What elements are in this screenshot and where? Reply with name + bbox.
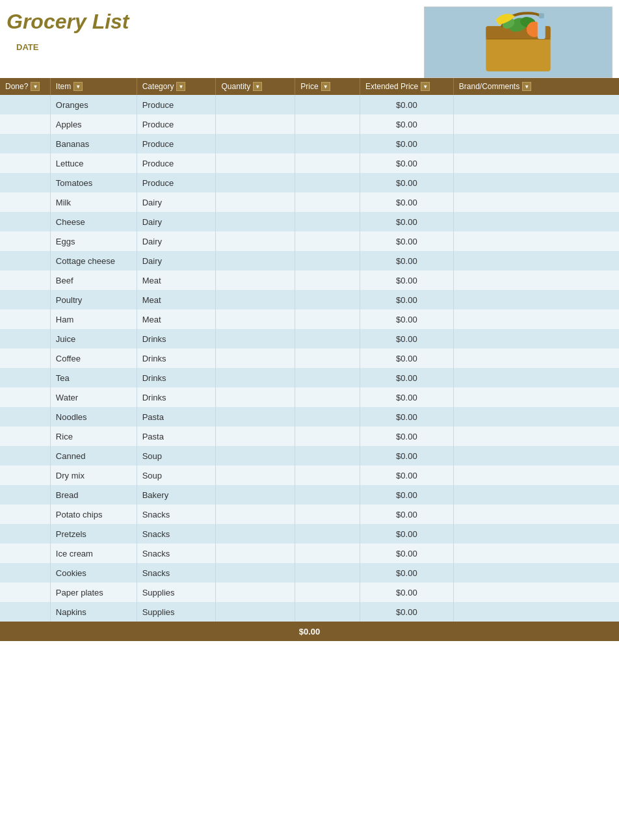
cell-brand[interactable] [453, 485, 619, 505]
cell-quantity[interactable] [216, 602, 295, 622]
cell-done[interactable] [0, 407, 50, 427]
cell-done[interactable] [0, 524, 50, 544]
cell-price[interactable] [295, 524, 360, 544]
table-row[interactable]: PretzelsSnacks$0.00 [0, 524, 619, 544]
cell-brand[interactable] [453, 270, 619, 290]
cell-done[interactable] [0, 387, 50, 407]
cell-brand[interactable] [453, 602, 619, 622]
table-row[interactable]: BeefMeat$0.00 [0, 270, 619, 290]
cell-done[interactable] [0, 212, 50, 231]
col-header-price[interactable]: Price ▼ [295, 78, 360, 95]
table-row[interactable]: CoffeeDrinks$0.00 [0, 348, 619, 368]
cell-price[interactable] [295, 466, 360, 485]
cell-price[interactable] [295, 212, 360, 231]
table-row[interactable]: NapkinsSupplies$0.00 [0, 602, 619, 622]
cell-quantity[interactable] [216, 270, 295, 290]
cell-brand[interactable] [453, 114, 619, 134]
table-row[interactable]: LettuceProduce$0.00 [0, 153, 619, 173]
cell-done[interactable] [0, 270, 50, 290]
cell-quantity[interactable] [216, 329, 295, 348]
cell-brand[interactable] [453, 173, 619, 192]
cell-price[interactable] [295, 251, 360, 270]
cell-quantity[interactable] [216, 563, 295, 583]
table-row[interactable]: CannedSoup$0.00 [0, 446, 619, 466]
cell-price[interactable] [295, 290, 360, 309]
item-dropdown-arrow[interactable]: ▼ [73, 82, 83, 91]
table-row[interactable]: ApplesProduce$0.00 [0, 114, 619, 134]
col-header-brand[interactable]: Brand/Comments ▼ [453, 78, 619, 95]
cell-quantity[interactable] [216, 387, 295, 407]
cell-price[interactable] [295, 544, 360, 563]
cell-price[interactable] [295, 407, 360, 427]
table-row[interactable]: JuiceDrinks$0.00 [0, 329, 619, 348]
cell-price[interactable] [295, 173, 360, 192]
cell-quantity[interactable] [216, 173, 295, 192]
cell-price[interactable] [295, 485, 360, 505]
cell-done[interactable] [0, 348, 50, 368]
cell-price[interactable] [295, 368, 360, 387]
cell-price[interactable] [295, 329, 360, 348]
cell-price[interactable] [295, 270, 360, 290]
cell-done[interactable] [0, 134, 50, 153]
cell-quantity[interactable] [216, 446, 295, 466]
done-dropdown-arrow[interactable]: ▼ [31, 82, 40, 91]
table-row[interactable]: Potato chipsSnacks$0.00 [0, 505, 619, 524]
cell-price[interactable] [295, 602, 360, 622]
cell-quantity[interactable] [216, 231, 295, 251]
table-row[interactable]: TeaDrinks$0.00 [0, 368, 619, 387]
table-row[interactable]: RicePasta$0.00 [0, 427, 619, 446]
table-row[interactable]: EggsDairy$0.00 [0, 231, 619, 251]
cell-quantity[interactable] [216, 485, 295, 505]
cell-done[interactable] [0, 153, 50, 173]
cell-brand[interactable] [453, 212, 619, 231]
cell-quantity[interactable] [216, 212, 295, 231]
cell-quantity[interactable] [216, 134, 295, 153]
category-dropdown-arrow[interactable]: ▼ [176, 82, 185, 91]
cell-brand[interactable] [453, 368, 619, 387]
cell-quantity[interactable] [216, 583, 295, 602]
table-row[interactable]: OrangesProduce$0.00 [0, 95, 619, 114]
cell-price[interactable] [295, 192, 360, 212]
table-row[interactable]: HamMeat$0.00 [0, 309, 619, 329]
cell-quantity[interactable] [216, 348, 295, 368]
cell-brand[interactable] [453, 446, 619, 466]
cell-brand[interactable] [453, 231, 619, 251]
cell-price[interactable] [295, 95, 360, 114]
table-row[interactable]: MilkDairy$0.00 [0, 192, 619, 212]
cell-price[interactable] [295, 153, 360, 173]
cell-done[interactable] [0, 427, 50, 446]
cell-quantity[interactable] [216, 427, 295, 446]
cell-brand[interactable] [453, 95, 619, 114]
cell-quantity[interactable] [216, 309, 295, 329]
cell-done[interactable] [0, 329, 50, 348]
cell-brand[interactable] [453, 290, 619, 309]
cell-quantity[interactable] [216, 544, 295, 563]
table-row[interactable]: Paper platesSupplies$0.00 [0, 583, 619, 602]
cell-price[interactable] [295, 387, 360, 407]
cell-brand[interactable] [453, 583, 619, 602]
cell-brand[interactable] [453, 309, 619, 329]
cell-quantity[interactable] [216, 368, 295, 387]
table-row[interactable]: WaterDrinks$0.00 [0, 387, 619, 407]
table-row[interactable]: Dry mixSoup$0.00 [0, 466, 619, 485]
cell-done[interactable] [0, 583, 50, 602]
cell-brand[interactable] [453, 251, 619, 270]
table-row[interactable]: TomatoesProduce$0.00 [0, 173, 619, 192]
cell-price[interactable] [295, 446, 360, 466]
cell-done[interactable] [0, 563, 50, 583]
table-row[interactable]: Ice creamSnacks$0.00 [0, 544, 619, 563]
cell-brand[interactable] [453, 524, 619, 544]
table-row[interactable]: NoodlesPasta$0.00 [0, 407, 619, 427]
table-row[interactable]: BreadBakery$0.00 [0, 485, 619, 505]
col-header-done[interactable]: Done? ▼ [0, 78, 50, 95]
cell-price[interactable] [295, 114, 360, 134]
brand-dropdown-arrow[interactable]: ▼ [522, 82, 531, 91]
cell-price[interactable] [295, 309, 360, 329]
cell-quantity[interactable] [216, 114, 295, 134]
cell-brand[interactable] [453, 563, 619, 583]
col-header-quantity[interactable]: Quantity ▼ [216, 78, 295, 95]
cell-done[interactable] [0, 466, 50, 485]
cell-quantity[interactable] [216, 505, 295, 524]
cell-done[interactable] [0, 602, 50, 622]
cell-quantity[interactable] [216, 95, 295, 114]
